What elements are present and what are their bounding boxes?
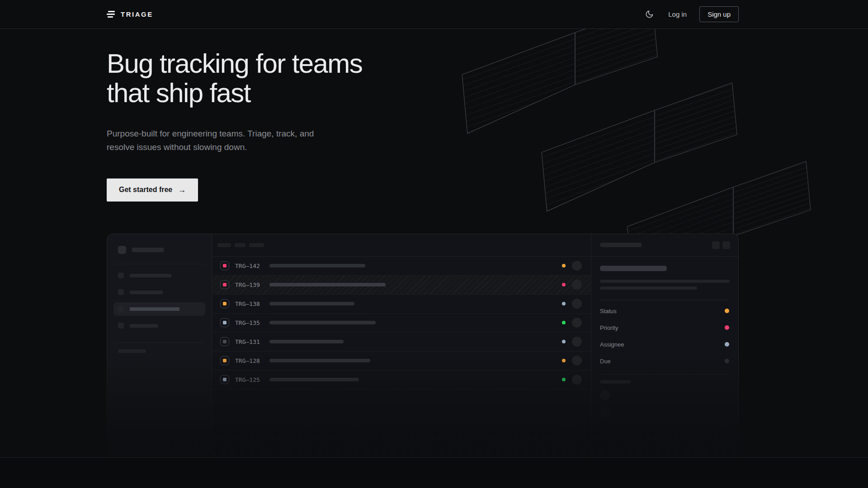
detail-text-skeleton <box>600 286 697 290</box>
issue-priority-dot <box>562 359 566 362</box>
issue-title-skeleton <box>269 264 365 267</box>
property-label: Status <box>600 308 617 314</box>
hero-subtitle: Purpose-built for engineering teams. Tri… <box>107 127 324 154</box>
get-started-button[interactable]: Get started free → <box>107 178 198 202</box>
property-value-dot <box>725 309 729 313</box>
brand-logo[interactable]: TRIAGE <box>107 10 153 18</box>
detail-property-row[interactable]: Priority <box>600 319 729 336</box>
property-value-dot <box>725 342 729 347</box>
property-label: Priority <box>600 324 618 331</box>
issue-assignee-avatar <box>572 261 582 271</box>
issue-assignee-avatar <box>572 318 582 328</box>
workspace-icon-skeleton <box>118 246 126 254</box>
detail-text-skeleton <box>600 280 730 283</box>
hero-title: Bug tracking for teamsthat ship fast <box>107 49 739 108</box>
property-value-dot <box>725 325 729 330</box>
arrow-right-icon: → <box>178 185 186 195</box>
issue-priority-dot <box>562 264 566 267</box>
issue-row[interactable]: TRG–135 <box>212 314 591 333</box>
issue-row[interactable]: TRG–128 <box>212 352 591 371</box>
activity-avatar-skeleton <box>600 390 610 400</box>
footer <box>0 458 868 488</box>
mockup-sidebar <box>107 234 212 456</box>
detail-header <box>591 234 738 257</box>
issue-title-skeleton <box>269 321 376 324</box>
issue-priority-dot <box>562 302 566 305</box>
issue-status-icon <box>220 375 229 384</box>
issue-id: TRG–142 <box>235 263 264 269</box>
issue-priority-dot <box>562 378 566 381</box>
app-preview: TRG–142 TRG–139 TRG–138 TRG–135 TRG–131 … <box>107 234 739 456</box>
top-nav: TRIAGE Log in Sign up <box>0 0 868 29</box>
log-in-link[interactable]: Log in <box>668 10 687 18</box>
issue-status-icon <box>220 280 229 289</box>
hero-section: Bug tracking for teamsthat ship fast Pur… <box>0 29 868 458</box>
detail-title-skeleton <box>600 266 667 271</box>
list-toolbar <box>212 234 591 257</box>
issue-priority-dot <box>562 340 566 343</box>
detail-property-row[interactable]: Due <box>600 353 729 370</box>
issue-title-skeleton <box>269 302 354 305</box>
issue-assignee-avatar <box>572 299 582 309</box>
detail-property-row[interactable]: Assignee <box>600 336 729 353</box>
filter-pill-skeleton[interactable] <box>235 243 245 247</box>
sign-up-button[interactable]: Sign up <box>699 6 739 22</box>
property-label: Assignee <box>600 341 624 348</box>
issue-id: TRG–128 <box>235 357 264 364</box>
issue-row[interactable]: TRG–125 <box>212 371 591 389</box>
workspace-placeholder <box>113 246 205 254</box>
issue-row[interactable]: TRG–131 <box>212 333 591 352</box>
issue-status-icon <box>220 318 229 327</box>
detail-property-row[interactable]: Status <box>600 303 729 319</box>
moon-icon <box>645 10 654 19</box>
sidebar-section-label-skeleton <box>118 349 146 353</box>
issue-id: TRG–139 <box>235 282 264 288</box>
issue-assignee-avatar <box>572 356 582 366</box>
brand-name: TRIAGE <box>121 10 153 18</box>
issue-title-skeleton <box>269 283 386 286</box>
issue-detail-panel: Status Priority Assignee Due <box>591 234 738 456</box>
workspace-name-skeleton <box>132 248 164 252</box>
sidebar-item-skeleton[interactable] <box>113 269 205 282</box>
issue-assignee-avatar <box>572 280 582 290</box>
issue-status-icon <box>220 356 229 365</box>
issue-priority-dot <box>562 283 566 286</box>
issue-list: TRG–142 TRG–139 TRG–138 TRG–135 TRG–131 … <box>212 234 591 456</box>
issue-status-icon <box>220 299 229 308</box>
property-label: Due <box>600 358 611 365</box>
activity-avatar-skeleton <box>600 407 610 417</box>
issue-assignee-avatar <box>572 375 582 385</box>
issue-title-skeleton <box>269 340 344 343</box>
issue-status-icon <box>220 337 229 346</box>
sidebar-item-skeleton[interactable] <box>113 286 205 299</box>
triage-logo-icon <box>107 11 116 18</box>
detail-activity-label-skeleton <box>600 380 631 384</box>
filter-pill-skeleton[interactable] <box>217 243 231 247</box>
issue-id: TRG–125 <box>235 376 264 383</box>
issue-title-skeleton <box>269 359 370 362</box>
issue-title-skeleton <box>269 378 359 381</box>
detail-action-buttons-skeleton <box>712 241 730 249</box>
issue-row[interactable]: TRG–142 <box>212 257 591 276</box>
filter-pill-skeleton[interactable] <box>249 243 264 247</box>
issue-priority-dot <box>562 321 566 324</box>
app-preview-mockup: TRG–142 TRG–139 TRG–138 TRG–135 TRG–131 … <box>107 234 739 456</box>
issue-id: TRG–135 <box>235 319 264 326</box>
issue-id: TRG–138 <box>235 300 264 307</box>
theme-toggle-button[interactable] <box>643 8 656 20</box>
property-value-dot <box>725 359 729 363</box>
issue-row[interactable]: TRG–138 <box>212 295 591 314</box>
issue-row[interactable]: TRG–139 <box>212 276 591 295</box>
issue-assignee-avatar <box>572 337 582 347</box>
detail-breadcrumb-skeleton <box>600 243 642 247</box>
issue-status-icon <box>220 261 229 270</box>
issue-id: TRG–131 <box>235 338 264 345</box>
sidebar-item-active-skeleton[interactable] <box>113 302 205 316</box>
sidebar-item-skeleton[interactable] <box>113 319 205 333</box>
